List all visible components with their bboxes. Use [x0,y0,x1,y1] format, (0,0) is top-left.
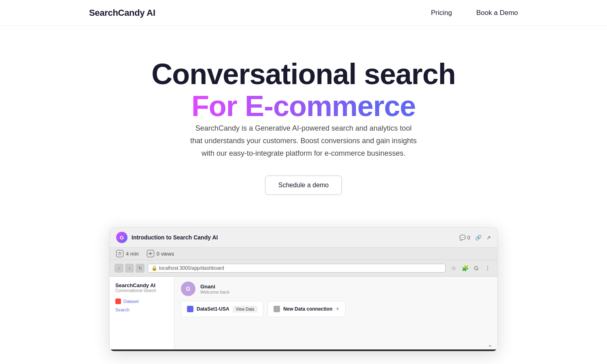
star-icon[interactable]: ☆ [449,263,458,273]
hero-title-line1: Conversational search [151,58,455,90]
external-link-icon[interactable]: ↗ [486,235,491,241]
extensions-icon[interactable]: 🧩 [460,263,470,273]
dataset-card-label: DataSet1-USA [197,306,229,312]
app-main-header-text: Gnani Welcome back [200,284,229,294]
lock-icon: 🔒 [151,265,157,271]
google-icon[interactable]: G [471,263,481,273]
app-sidebar: SearchCandy AI Conversational Search Dat… [110,277,174,349]
hero-section: Conversational search For E-commerce Sea… [0,26,607,219]
cta-button[interactable]: Schedule a demo [265,176,342,195]
app-main: G Gnani Welcome back DataSet1-USA View D… [174,277,497,349]
link-icon[interactable]: 🔗 [475,235,482,241]
app-content: SearchCandy AI Conversational Search Dat… [110,277,497,349]
video-progress-bar: ⌄ [110,349,497,351]
main-nav: Pricing Book a Demo [431,9,518,17]
app-sidebar-title: SearchCandy AI [115,282,168,288]
duration-value: 4 min [126,251,139,257]
dataset-card-icon [187,306,193,312]
hero-title-line2: For E-commerce [191,90,416,122]
video-topbar: G Introduction to Search Candy AI 💬 0 🔗 … [110,228,497,248]
address-bar[interactable]: 🔒 localhost:3000/app/dashboard [148,264,446,273]
video-section: G Introduction to Search Candy AI 💬 0 🔗 … [0,219,607,364]
hero-title: Conversational search For E-commerce [151,58,455,122]
video-container: G Introduction to Search Candy AI 💬 0 🔗 … [109,227,498,351]
views-value: 0 views [157,251,174,257]
url-text: localhost:3000/app/dashboard [159,265,224,271]
sidebar-item-dataset[interactable]: Dataset [115,297,168,306]
sidebar-item-search[interactable]: Search [115,306,168,314]
views-stat: 👁 0 views [147,250,174,257]
video-topbar-right: 💬 0 🔗 ↗ [459,235,491,241]
browser-actions: ☆ 🧩 G ⋮ [449,263,492,273]
user-welcome: Welcome back [200,290,229,294]
app-sidebar-sub: Conversational Search [115,288,168,293]
app-main-header: G Gnani Welcome back [181,281,491,296]
video-avatar: G [116,232,127,243]
browser-chrome: ‹ › ↻ 🔒 localhost:3000/app/dashboard ☆ 🧩… [110,260,497,277]
comments-icon: 💬 [459,235,466,241]
refresh-button[interactable]: ↻ [136,264,144,273]
menu-icon[interactable]: ⋮ [483,263,492,273]
clock-icon: ⏱ [116,250,123,257]
duration-stat: ⏱ 4 min [116,250,139,257]
app-cards: DataSet1-USA View Data New Data connecti… [181,301,491,317]
site-header: SearchCandy AI Pricing Book a Demo [0,0,607,26]
comments-count: 💬 0 [459,235,470,241]
add-icon[interactable]: + [335,305,339,313]
nav-pricing[interactable]: Pricing [431,9,452,17]
new-connection-icon [274,306,280,312]
view-data-button[interactable]: View Data [233,306,257,313]
nav-book-demo[interactable]: Book a Demo [476,9,518,17]
sidebar-dataset-label: Dataset [123,299,139,304]
video-topbar-left: G Introduction to Search Candy AI [116,232,218,243]
forward-button[interactable]: › [125,264,134,273]
search-label: Search [115,307,129,312]
video-title: Introduction to Search Candy AI [132,234,218,241]
logo: SearchCandy AI [89,8,155,18]
hero-description: SearchCandy is a Generative AI-powered s… [190,122,417,159]
dataset-icon [115,298,121,304]
new-connection-card[interactable]: New Data connection + [267,301,346,317]
video-chevron-icon[interactable]: ⌄ [488,341,492,348]
dataset-card[interactable]: DataSet1-USA View Data [181,301,263,317]
new-connection-label: New Data connection [283,306,332,312]
app-user-avatar: G [181,281,195,296]
video-stats-bar: ⏱ 4 min 👁 0 views [110,248,497,260]
back-button[interactable]: ‹ [115,264,123,273]
user-name: Gnani [200,284,229,290]
browser-nav: ‹ › ↻ [115,264,144,273]
eye-icon: 👁 [147,250,154,257]
